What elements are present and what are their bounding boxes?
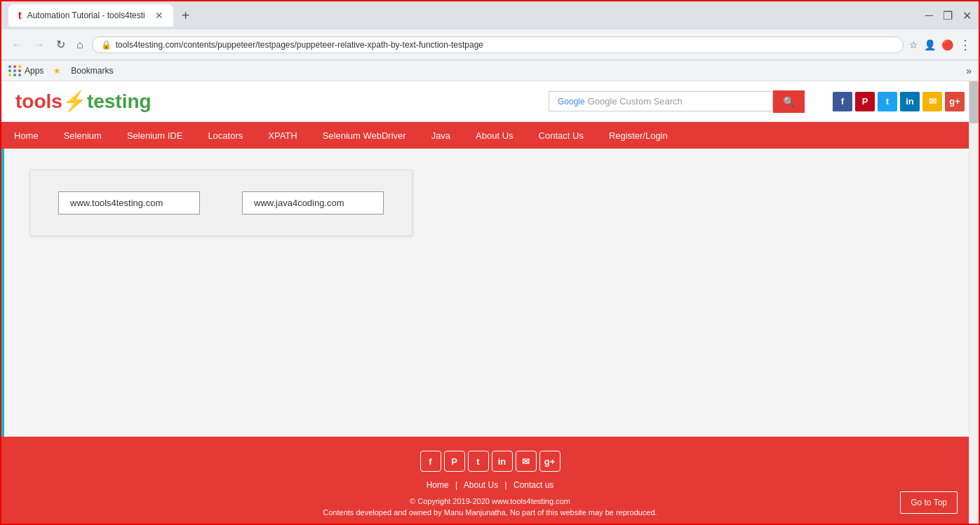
- maximize-button[interactable]: ❐: [943, 9, 953, 22]
- go-to-top-button[interactable]: Go to Top: [900, 491, 958, 514]
- footer-home-link[interactable]: Home: [427, 480, 449, 490]
- tab-title: Automation Tutorial - tools4testi: [27, 11, 145, 20]
- footer-separator-2: |: [505, 480, 507, 490]
- nav-xpath[interactable]: XPATH: [255, 122, 309, 149]
- window-controls: ─ ❐ ✕: [925, 9, 972, 22]
- footer-about-link[interactable]: About Us: [464, 480, 498, 490]
- search-box[interactable]: Google Google Custom Search: [549, 91, 773, 111]
- forward-button[interactable]: →: [31, 36, 48, 54]
- new-tab-button[interactable]: +: [177, 8, 194, 24]
- logo-bolt: ⚡: [62, 90, 87, 112]
- scrollbar-thumb[interactable]: [969, 81, 979, 123]
- footer-social-icons: f P t in ✉ g+: [1, 451, 979, 472]
- back-button[interactable]: ←: [8, 36, 25, 54]
- nav-java[interactable]: Java: [419, 122, 463, 149]
- main-content: [1, 149, 979, 437]
- browser-window: t Automation Tutorial - tools4testi ✕ + …: [0, 0, 980, 525]
- footer-linkedin-icon[interactable]: in: [492, 451, 513, 472]
- browser-menu-button[interactable]: ⋮: [959, 37, 972, 53]
- footer-links: Home | About Us | Contact us: [1, 480, 979, 490]
- apps-link[interactable]: Apps: [8, 65, 43, 76]
- header-email-icon[interactable]: ✉: [922, 92, 942, 111]
- profile-icon[interactable]: 👤: [924, 39, 936, 50]
- tab-close-button[interactable]: ✕: [155, 10, 163, 21]
- logo-tools: tools: [15, 90, 62, 112]
- bookmarks-star-icon: ★: [53, 66, 61, 76]
- logo-testing: testing: [87, 90, 152, 112]
- footer-copyright: © Copyright 2019-2020 www.tools4testing.…: [1, 497, 979, 505]
- header-facebook-icon[interactable]: f: [833, 92, 852, 111]
- tools4testing-input[interactable]: [58, 191, 200, 214]
- footer-contact-link[interactable]: Contact us: [514, 480, 553, 490]
- page-content: tools⚡testing Google Google Custom Searc…: [1, 81, 979, 524]
- close-button[interactable]: ✕: [962, 9, 972, 22]
- nav-register-login[interactable]: Register/Login: [596, 122, 680, 149]
- extension-icon[interactable]: 🔴: [941, 39, 953, 50]
- footer-notice: Contents developed and owned by Manu Man…: [1, 508, 979, 517]
- nav-selenium-ide[interactable]: Selenium IDE: [114, 122, 195, 149]
- site-logo[interactable]: tools⚡testing: [15, 90, 152, 113]
- address-bar: ← → ↻ ⌂ 🔒 tools4testing.com/contents/pup…: [1, 29, 979, 60]
- header-linkedin-icon[interactable]: in: [900, 92, 920, 111]
- site-footer: f P t in ✉ g+ Home | About Us | Contact …: [1, 437, 979, 524]
- bookmarks-bar: Apps ★ Bookmarks »: [1, 60, 979, 81]
- nav-about-us[interactable]: About Us: [463, 122, 525, 149]
- url-text: tools4testing.com/contents/puppeteer/tes…: [116, 40, 894, 50]
- apps-label: Apps: [25, 66, 43, 76]
- nav-menu: Home Selenium Selenium IDE Locators XPAT…: [1, 122, 979, 149]
- scrollbar[interactable]: [969, 81, 979, 524]
- header-googleplus-icon[interactable]: g+: [945, 92, 965, 111]
- tab-area: t Automation Tutorial - tools4testi ✕ +: [8, 4, 920, 27]
- nav-home[interactable]: Home: [1, 122, 51, 149]
- nav-locators[interactable]: Locators: [195, 122, 255, 149]
- minimize-button[interactable]: ─: [925, 9, 933, 22]
- title-bar: t Automation Tutorial - tools4testi ✕ + …: [1, 1, 979, 29]
- search-google-label: Google: [558, 97, 585, 107]
- footer-twitter-icon[interactable]: t: [468, 451, 489, 472]
- bookmarks-label[interactable]: Bookmarks: [71, 66, 113, 76]
- search-button[interactable]: 🔍: [773, 90, 805, 113]
- search-placeholder: Google Custom Search: [588, 96, 683, 107]
- home-button[interactable]: ⌂: [74, 36, 86, 54]
- left-accent-bar: [1, 149, 4, 437]
- url-bar[interactable]: 🔒 tools4testing.com/contents/puppeteer/t…: [92, 36, 904, 53]
- apps-grid-icon: [8, 65, 22, 76]
- header-pinterest-icon[interactable]: P: [855, 92, 875, 111]
- nav-selenium[interactable]: Selenium: [51, 122, 114, 149]
- header-social-icons: f P t in ✉ g+: [833, 92, 965, 111]
- nav-contact-us[interactable]: Contact Us: [526, 122, 596, 149]
- footer-email-icon[interactable]: ✉: [516, 451, 537, 472]
- search-area: Google Google Custom Search 🔍: [549, 90, 805, 113]
- header-twitter-icon[interactable]: t: [878, 92, 897, 111]
- footer-pinterest-icon[interactable]: P: [444, 451, 465, 472]
- browser-tab[interactable]: t Automation Tutorial - tools4testi ✕: [8, 4, 173, 27]
- footer-facebook-icon[interactable]: f: [420, 451, 441, 472]
- nav-selenium-webdriver[interactable]: Selenium WebDriver: [310, 122, 419, 149]
- content-card: [29, 170, 412, 236]
- footer-separator-1: |: [455, 480, 457, 490]
- site-header: tools⚡testing Google Google Custom Searc…: [1, 81, 979, 122]
- footer-googleplus-icon[interactable]: g+: [539, 451, 561, 472]
- reload-button[interactable]: ↻: [53, 35, 68, 54]
- lock-icon: 🔒: [101, 40, 112, 50]
- bookmarks-arrow-icon[interactable]: »: [966, 65, 972, 76]
- tab-favicon: t: [18, 10, 22, 21]
- bookmark-star-icon[interactable]: ☆: [909, 39, 918, 50]
- java4coding-input[interactable]: [242, 191, 384, 214]
- footer-wrapper: f P t in ✉ g+ Home | About Us | Contact …: [1, 437, 979, 524]
